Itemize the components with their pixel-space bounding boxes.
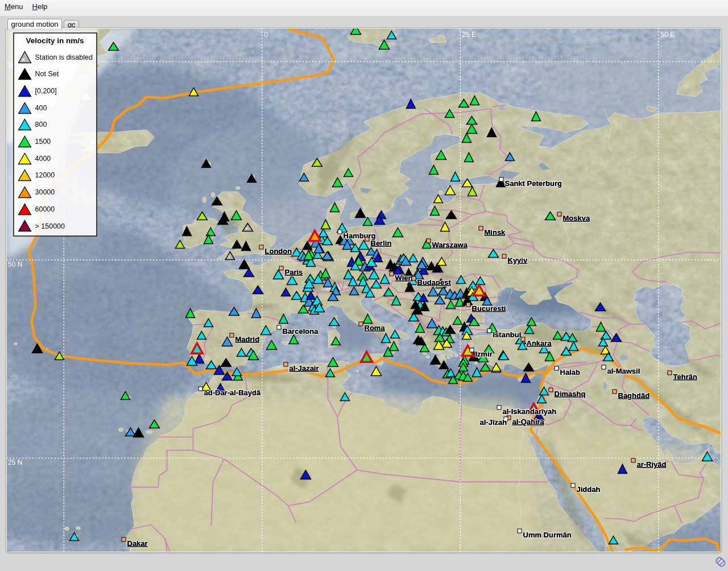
svg-text:Ankara: Ankara [527, 339, 552, 347]
svg-text:Barcelona: Barcelona [283, 327, 319, 336]
svg-text:Moskva: Moskva [563, 214, 590, 222]
svg-text:Not Set: Not Set [35, 70, 59, 78]
svg-text:al-Jazair: al-Jazair [289, 364, 319, 373]
svg-text:ar-Riyâd: ar-Riyâd [637, 460, 667, 469]
svg-text:Dimashq: Dimashq [555, 390, 586, 398]
svg-text:1500: 1500 [35, 138, 51, 146]
svg-text:Budapest: Budapest [417, 278, 452, 287]
svg-text:400: 400 [35, 104, 47, 112]
svg-text:Dakar: Dakar [127, 539, 148, 548]
svg-text:Halab: Halab [560, 368, 580, 376]
svg-text:Baghdâd: Baghdâd [618, 391, 650, 400]
svg-text:30000: 30000 [35, 188, 55, 196]
svg-text:Velocity in nm/s: Velocity in nm/s [26, 36, 84, 45]
svg-text:Istanbul: Istanbul [493, 330, 522, 339]
svg-text:25 N: 25 N [8, 458, 22, 466]
svg-text:12000: 12000 [35, 171, 55, 179]
svg-text:800: 800 [35, 121, 47, 129]
svg-text:4000: 4000 [35, 155, 51, 163]
svg-text:Minsk: Minsk [485, 228, 506, 237]
svg-text:al-Mawsil: al-Mawsil [607, 367, 640, 375]
svg-text:0: 0 [264, 31, 268, 39]
svg-text:Berlin: Berlin [371, 239, 392, 247]
svg-text:al-Qahira: al-Qahira [512, 417, 545, 426]
svg-text:Warszawa: Warszawa [432, 241, 468, 249]
svg-text:Wien: Wien [395, 274, 413, 282]
svg-text:Paris: Paris [285, 268, 303, 276]
svg-text:25 E: 25 E [462, 31, 477, 39]
svg-text:[0,200]: [0,200] [35, 87, 57, 95]
svg-text:> 150000: > 150000 [35, 222, 65, 230]
svg-text:Kyyiv: Kyyiv [508, 256, 528, 264]
svg-text:London: London [265, 247, 292, 255]
svg-text:Tehrân: Tehrân [673, 373, 697, 381]
svg-text:Roma: Roma [365, 324, 386, 332]
svg-text:al-Jîzah: al-Jîzah [480, 418, 507, 427]
svg-text:Izmir: Izmir [475, 350, 493, 358]
svg-text:Jiddah: Jiddah [577, 485, 601, 494]
svg-text:Bucuresti: Bucuresti [472, 304, 506, 313]
svg-text:al-Iskandarîyah: al-Iskandarîyah [503, 407, 557, 416]
svg-text:60000: 60000 [35, 205, 55, 213]
svg-text:Umm Durmân: Umm Durmân [523, 531, 572, 539]
svg-text:Station is disabled: Station is disabled [35, 53, 93, 61]
svg-text:ad-Dar-al-Baydâ: ad-Dar-al-Baydâ [204, 388, 261, 397]
svg-text:50 N: 50 N [8, 260, 22, 268]
svg-text:Sankt Peterburg: Sankt Peterburg [505, 179, 562, 188]
svg-text:50 E: 50 E [661, 31, 675, 39]
svg-text:Madrid: Madrid [235, 335, 260, 344]
